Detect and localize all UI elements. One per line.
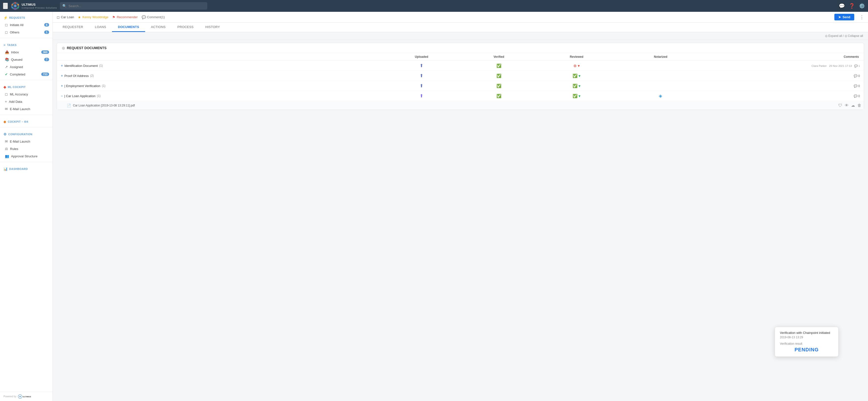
requests-header: ⚡ REQUESTS bbox=[0, 14, 53, 21]
upload-icon-row4[interactable]: ⬆ bbox=[420, 93, 423, 98]
sidebar-item-completed[interactable]: ✔ Completed 733 bbox=[0, 70, 53, 78]
reviewed-icon-row3[interactable]: ✅ ▾ bbox=[572, 84, 581, 88]
collapse-all-link[interactable]: Collapse all bbox=[848, 34, 863, 38]
eye-action-icon[interactable]: 👁 bbox=[845, 103, 848, 108]
tab-loans[interactable]: LOANS bbox=[89, 23, 112, 32]
divider-1 bbox=[0, 38, 53, 38]
upload-icon-row2[interactable]: ⬆ bbox=[420, 73, 423, 78]
content-tabs: REQUESTER LOANS DOCUMENTS ACTIONS PROCES… bbox=[53, 23, 868, 32]
car-loan-icon: ◻ bbox=[57, 15, 60, 19]
more-options-icon[interactable]: ⋮ bbox=[860, 15, 864, 20]
tab-requester[interactable]: REQUESTER bbox=[57, 23, 89, 32]
expand-row1-btn[interactable]: + bbox=[61, 64, 63, 67]
dashboard-label: DASHBOARD bbox=[9, 167, 28, 170]
notarized-icon-row4[interactable]: ◈ bbox=[659, 93, 662, 98]
configuration-icon: ⚙ bbox=[3, 132, 7, 136]
tasks-header: ≡ TASKS bbox=[0, 41, 53, 49]
sidebar: ⚡ REQUESTS ◻ Initiate All 6 ◻ Others 1 ≡… bbox=[0, 12, 53, 401]
comment-count-row1[interactable]: 💬 1 bbox=[854, 64, 860, 67]
sidebar-item-ml-accuracy[interactable]: ◻ ML Accuracy bbox=[0, 90, 53, 98]
rules-icon: ⚖ bbox=[5, 147, 8, 151]
pdf-icon: 📄 bbox=[67, 104, 71, 108]
send-button[interactable]: ➤ Send bbox=[834, 14, 854, 21]
expand-row2-btn[interactable]: + bbox=[61, 74, 63, 78]
recommender-item[interactable]: ⚑ Recommender bbox=[112, 15, 137, 19]
shield-action-icon[interactable]: 🛡 bbox=[838, 103, 842, 108]
upload-icon-row3[interactable]: ⬆ bbox=[420, 83, 423, 88]
sidebar-item-queued[interactable]: 📚 Queued 7 bbox=[0, 56, 53, 63]
config-email-label: E-Mail Launch bbox=[10, 140, 30, 143]
sidebar-item-assigned[interactable]: ↗ Assigned bbox=[0, 63, 53, 70]
comment-icon: 💬 bbox=[142, 15, 146, 19]
table-header: Uploaded Verified Reviewed Notarized Com… bbox=[57, 53, 864, 61]
initiate-all-icon: ◻ bbox=[5, 23, 8, 27]
upload-icon-row1[interactable]: ⬆ bbox=[420, 63, 423, 68]
hamburger-menu[interactable]: ☰ bbox=[3, 3, 8, 9]
dashboard-icon: 📊 bbox=[3, 167, 8, 171]
comment-label: Comment(1) bbox=[147, 15, 165, 19]
comment-count-row3[interactable]: 💬 0 bbox=[854, 84, 860, 88]
sidebar-item-others[interactable]: ◻ Others 1 bbox=[0, 29, 53, 36]
sidebar-item-inbox[interactable]: 📥 Inbox 360 bbox=[0, 49, 53, 56]
reviewed-warn-icon-row1[interactable]: ⊗ ▾ bbox=[574, 64, 580, 68]
svg-point-8 bbox=[11, 4, 13, 5]
others-label: Others bbox=[10, 30, 20, 34]
email-launch-ml-label: E-Mail Launch bbox=[10, 107, 30, 111]
expand-row3-btn[interactable]: + bbox=[61, 84, 63, 88]
expand-row4-btn[interactable]: – bbox=[61, 94, 63, 98]
logo-subtext: Composed Process Solutions bbox=[22, 7, 57, 9]
doc-row1-name: Identification Document bbox=[64, 64, 98, 67]
config-email-icon: ✉ bbox=[5, 139, 8, 143]
sidebar-item-add-data[interactable]: + Add Data bbox=[0, 98, 53, 105]
initiate-all-label: Initiate All bbox=[10, 23, 24, 27]
cloud-action-icon[interactable]: ☁ bbox=[851, 103, 855, 108]
sidebar-item-rules[interactable]: ⚖ Rules bbox=[0, 145, 53, 152]
sidebar-item-config-email[interactable]: ✉ E-Mail Launch bbox=[0, 138, 53, 145]
vp-result-label: Verification result bbox=[780, 342, 833, 345]
tab-documents[interactable]: DOCUMENTS bbox=[112, 23, 145, 32]
vp-status: PENDING bbox=[780, 347, 833, 352]
svg-text:ULTIMUS: ULTIMUS bbox=[23, 396, 31, 398]
inbox-badge: 360 bbox=[41, 50, 49, 54]
trash-action-icon[interactable]: 🗑 bbox=[858, 103, 861, 108]
sidebar-item-initiate-all[interactable]: ◻ Initiate All 6 bbox=[0, 21, 53, 29]
requests-section: ⚡ REQUESTS ◻ Initiate All 6 ◻ Others 1 bbox=[0, 12, 53, 37]
subrow-file: 📄 Car Loan Application [2019-13-08 13:29… bbox=[67, 103, 861, 108]
sidebar-item-email-launch-ml[interactable]: ✉ E-Mail Launch bbox=[0, 105, 53, 113]
comment-count-row2[interactable]: 💬 0 bbox=[854, 74, 860, 78]
expand-all-link[interactable]: Expand all bbox=[829, 34, 842, 38]
svg-point-5 bbox=[18, 7, 19, 8]
sidebar-item-approval[interactable]: 👥 Approval Structure bbox=[0, 152, 53, 160]
expand-circle-icon: ◎ bbox=[825, 34, 828, 38]
logo-text: ULTIMUS bbox=[22, 3, 57, 7]
messages-icon[interactable]: 💬 bbox=[839, 3, 845, 9]
settings-icon[interactable]: ⚙️ bbox=[859, 3, 865, 9]
search-input[interactable] bbox=[68, 4, 205, 8]
email-launch-ml-icon: ✉ bbox=[5, 107, 8, 111]
car-loan-item[interactable]: ◻ Car Loan bbox=[57, 15, 74, 19]
tab-history[interactable]: HISTORY bbox=[199, 23, 226, 32]
reviewed-icon-row2[interactable]: ✅ ▾ bbox=[572, 74, 581, 78]
ml-cockpit-label: ML COCKPIT bbox=[8, 86, 26, 88]
nav-icons: 💬 ❓ ⚙️ bbox=[839, 3, 865, 9]
tab-actions[interactable]: ACTIONS bbox=[145, 23, 172, 32]
assigned-icon: ↗ bbox=[5, 65, 8, 69]
comment-item[interactable]: 💬 Comment(1) bbox=[142, 15, 165, 19]
reviewed-icon-row4[interactable]: ✅ ▾ bbox=[572, 94, 581, 98]
inbox-icon: 📥 bbox=[5, 50, 9, 54]
help-icon[interactable]: ❓ bbox=[849, 3, 855, 9]
doc-subrow-row4: 📄 Car Loan Application [2019-13-08 13:29… bbox=[57, 101, 864, 110]
cockpit-section: ◆ COCKPIT – I04 bbox=[0, 116, 53, 126]
verification-popup: Verification with Chainpoint initiated 2… bbox=[775, 327, 839, 357]
comment-count-row4[interactable]: 💬 0 bbox=[854, 94, 860, 98]
svg-point-2 bbox=[14, 5, 17, 7]
tab-process[interactable]: PROCESS bbox=[172, 23, 199, 32]
comment-cell-row4: 💬 0 bbox=[703, 91, 864, 101]
top-navigation: ☰ ULTIMUS Composed Process Solutions 🔍 💬… bbox=[0, 0, 868, 12]
recommender-label: Recommender bbox=[117, 15, 137, 19]
content-area: ◻ Car Loan ★ Kenny Wooldridge ⚑ Recommen… bbox=[53, 12, 868, 401]
kenny-item[interactable]: ★ Kenny Wooldridge bbox=[78, 15, 108, 19]
section-expand-icon[interactable]: ◎ bbox=[62, 46, 65, 50]
tasks-label: TASKS bbox=[7, 44, 17, 47]
powered-by-text: Powered by bbox=[3, 395, 17, 398]
